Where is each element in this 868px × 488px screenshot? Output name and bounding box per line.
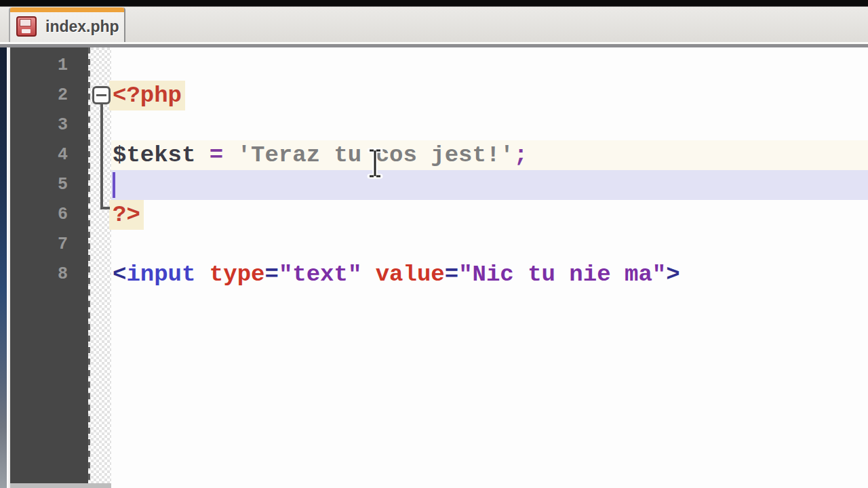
code-line-5[interactable]	[111, 170, 868, 200]
code-segment	[195, 262, 209, 287]
code-segment: type	[210, 262, 265, 287]
line-number-4[interactable]: 4	[10, 140, 88, 170]
fold-collapse-icon[interactable]	[92, 86, 111, 104]
code-line-4[interactable]: $tekst = 'Teraz tu cos jest!';	[111, 140, 868, 170]
line-number-6[interactable]: 6	[10, 200, 88, 230]
code-line-3[interactable]	[111, 110, 868, 140]
code-line-2[interactable]: <?php	[111, 81, 868, 110]
gutter-numbers: 12345678	[10, 51, 88, 289]
tab-index-php[interactable]: index.php	[9, 7, 125, 43]
unsaved-floppy-icon	[16, 16, 37, 37]
code-segment	[361, 262, 375, 287]
code-segment: $tekst	[113, 142, 195, 168]
fold-margin-separator	[88, 47, 90, 488]
line-number-8[interactable]: 8	[10, 260, 88, 289]
code-line-7[interactable]	[111, 230, 868, 260]
code-segment: <?php	[109, 81, 185, 110]
code-segment: value	[376, 262, 445, 287]
code-segment: ;	[514, 142, 528, 168]
code-line-8[interactable]: <input type="text" value="Nic tu nie ma"…	[111, 260, 868, 289]
top-black-bar	[0, 0, 868, 6]
line-number-5[interactable]: 5	[10, 170, 88, 200]
code-segment: >	[666, 262, 679, 287]
code-segment	[223, 142, 237, 168]
line-number-2[interactable]: 2	[10, 81, 88, 110]
code-line-1[interactable]	[111, 51, 868, 81]
line-number-7[interactable]: 7	[10, 230, 88, 260]
line-number-3[interactable]: 3	[10, 110, 88, 140]
code-segment: "Nic tu nie ma"	[458, 262, 666, 287]
code-segment: ?>	[109, 200, 144, 230]
tab-bar: index.php	[0, 6, 868, 43]
code-segment: =	[445, 262, 458, 287]
tab-label: index.php	[45, 7, 119, 43]
code-line-6[interactable]: ?>	[111, 200, 868, 230]
text-caret	[113, 172, 115, 198]
notepad-window: index.php 12345678 <?php$tekst = 'Teraz …	[0, 0, 868, 488]
fold-guide-line	[100, 103, 110, 209]
code-lines: <?php$tekst = 'Teraz tu cos jest!';?><in…	[111, 51, 868, 289]
code-segment: "text"	[279, 262, 361, 287]
line-number-1[interactable]: 1	[10, 51, 88, 81]
ibeam-mouse-cursor	[367, 148, 383, 182]
code-segment: =	[210, 142, 223, 168]
desktop-wallpaper-strip	[0, 47, 7, 488]
code-segment: input	[126, 262, 195, 287]
code-segment: <	[113, 262, 126, 287]
code-segment	[195, 142, 209, 168]
code-segment: =	[264, 262, 278, 287]
gutter-bottom-strip	[10, 483, 111, 488]
